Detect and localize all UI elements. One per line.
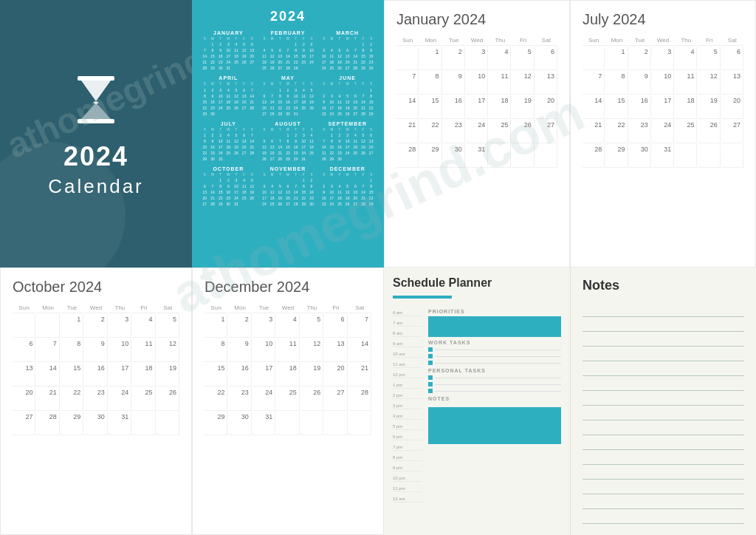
task-dot-3: [428, 361, 433, 365]
cal-day: 20: [324, 363, 347, 386]
time-slot: 12 am: [393, 492, 422, 502]
cal-day: 20: [13, 387, 35, 411]
cal-day: 6: [324, 314, 347, 338]
time-slot: 2 pm: [393, 389, 422, 399]
task-text-3: [435, 363, 561, 364]
cal-day: 29: [605, 144, 628, 168]
cal-day: 25: [276, 387, 299, 411]
year-grid: JANUARYSMTWTFS12345678910111213141516171…: [201, 30, 375, 207]
cal-day: 30: [228, 412, 251, 435]
january-cell: January 2024 SunMonTueWedThuFriSat 12345…: [384, 0, 570, 268]
year-title: 2024: [201, 9, 375, 24]
mini-month-january: JANUARYSMTWTFS12345678910111213141516171…: [201, 30, 256, 71]
work-tasks-label: WORK TASKS: [428, 340, 561, 345]
cal-day: 22: [61, 387, 83, 411]
cal-day: 6: [721, 47, 743, 70]
cal-header: Sat: [721, 35, 743, 46]
cal-day: 10: [252, 338, 275, 362]
cal-header: Sun: [583, 35, 605, 46]
cal-day: 8: [205, 338, 227, 362]
cal-header: Mon: [605, 35, 628, 46]
cal-day: 12: [157, 338, 179, 362]
personal-task-text-2: [435, 384, 561, 385]
cal-day: 7: [396, 71, 419, 95]
cal-day: [489, 144, 511, 168]
cal-day: 4: [675, 47, 697, 70]
cal-day: 19: [698, 95, 720, 119]
cover-title: Calendar: [48, 175, 144, 198]
cal-header: Sun: [396, 35, 419, 46]
cal-day: 26: [300, 387, 323, 411]
october-title: October 2024: [13, 279, 179, 296]
cal-day: 23: [84, 387, 107, 411]
time-slot: 11 am: [393, 358, 422, 368]
cal-day: 23: [443, 120, 465, 143]
note-line: [583, 391, 744, 406]
cal-day: [396, 47, 419, 70]
cal-day: 25: [675, 120, 697, 143]
personal-task-dot-2: [428, 382, 433, 386]
cal-day: 26: [512, 120, 534, 143]
cover-year: 2024: [63, 141, 128, 172]
cal-day: 15: [419, 95, 441, 119]
december-calendar: SunMonTueWedThuFriSat1234567891011121314…: [205, 303, 371, 435]
cal-day: 21: [583, 120, 605, 143]
time-slot: 11 pm: [393, 482, 422, 492]
cal-day: 31: [652, 144, 674, 168]
cal-day: 22: [419, 120, 441, 143]
cal-day: 9: [629, 71, 651, 95]
cal-day: 1: [605, 47, 628, 70]
cal-day: 15: [205, 363, 227, 386]
cal-day: 2: [84, 314, 107, 338]
notes-box: [428, 407, 561, 444]
cal-day: 25: [489, 120, 511, 143]
schedule-content: 6 am7 am8 am9 am10 am11 am12 pm1 pm2 pm3…: [393, 306, 561, 502]
task-text-1: [435, 350, 561, 350]
cal-day: 18: [675, 95, 697, 119]
cal-day: 19: [157, 363, 179, 386]
cal-day: [535, 144, 557, 168]
cal-day: 1: [419, 47, 441, 70]
cal-day: 12: [698, 71, 720, 95]
cal-day: 8: [605, 71, 628, 95]
cal-day: [512, 144, 534, 168]
cal-day: 11: [132, 338, 155, 362]
cal-day: 5: [698, 47, 720, 70]
cal-day: [348, 412, 371, 435]
time-slot: 12 pm: [393, 368, 422, 378]
cal-day: [698, 144, 720, 168]
schedule-accent-bar: [393, 296, 452, 299]
cal-day: 8: [61, 338, 83, 362]
schedule-title: Schedule Planner: [393, 276, 561, 290]
cal-day: 9: [84, 338, 107, 362]
time-slot: 7 am: [393, 316, 422, 327]
mini-month-october: OCTOBERSMTWTFS12345678910111213141516171…: [201, 166, 256, 207]
note-line: [583, 480, 744, 494]
note-line: [583, 406, 744, 420]
cal-day: 13: [721, 71, 743, 95]
cal-header: Wed: [276, 303, 299, 313]
svg-rect-0: [78, 76, 114, 81]
time-slot: 6 am: [393, 306, 422, 316]
mini-month-august: AUGUSTSMTWTFS123456789101112131415161718…: [261, 121, 316, 162]
notes-title: Notes: [583, 278, 744, 293]
task-text-2: [435, 356, 561, 357]
personal-task-line-3: [428, 389, 561, 393]
cal-day: 14: [36, 363, 59, 386]
cal-day: 17: [466, 95, 488, 119]
cal-day: [583, 47, 605, 70]
december-title: December 2024: [205, 279, 371, 296]
cal-day: 24: [466, 120, 488, 143]
task-line-3: [428, 361, 561, 365]
time-slot: 3 pm: [393, 399, 422, 409]
cal-header: Wed: [466, 35, 488, 46]
mini-month-march: MARCHSMTWTFS1234567891011121314151617181…: [320, 30, 375, 71]
note-line: [583, 332, 744, 347]
cal-day: [300, 412, 323, 435]
time-slot: 6 pm: [393, 430, 422, 440]
hourglass-icon: [66, 70, 126, 129]
personal-task-dot-3: [428, 389, 433, 393]
october-cell: October 2024 SunMonTueWedThuFriSat 12345…: [0, 268, 192, 535]
cal-day: 3: [652, 47, 674, 70]
mini-month-july: JULYSMTWTFS12345678910111213141516171819…: [201, 121, 256, 162]
